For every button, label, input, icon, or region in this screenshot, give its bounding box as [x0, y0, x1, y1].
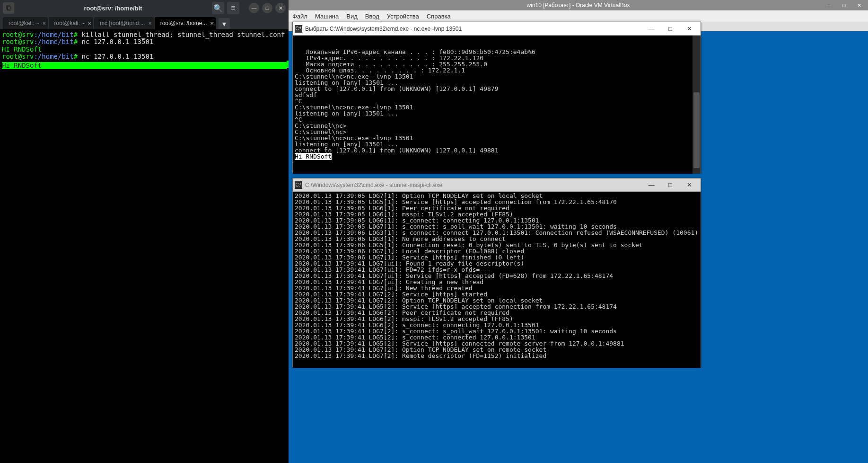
scrollbar-thumb[interactable]: [693, 92, 700, 168]
cmd-line-selected: Hi RNDSoft: [295, 153, 692, 160]
cmd-minimize-button[interactable]: —: [642, 22, 661, 36]
tab-close-icon[interactable]: ✕: [88, 21, 91, 26]
tab-dropdown-button[interactable]: ▾: [219, 18, 230, 29]
cmd-line: 2020.01.13 17:39:41 LOG7[2]: Remote desc…: [295, 353, 699, 359]
terminal-line: root@srv:/home/bit# nc 127.0.0.1 13501: [2, 38, 287, 45]
terminal-line: root@srv:/home/bit# killall stunnel_thre…: [2, 31, 287, 38]
cmd-window-title: Выбрать C:\Windows\system32\cmd.exe - nc…: [305, 26, 642, 32]
virtualbox-window: win10 [Работает] - Oracle VM VirtualBox …: [289, 0, 868, 463]
cmd-line: connect to [127.0.0.1] from (UNKNOWN) [1…: [295, 86, 692, 92]
terminal-tab-0[interactable]: root@kali: ~✕: [3, 17, 48, 29]
maximize-button[interactable]: □: [262, 3, 272, 13]
menu-input[interactable]: Ввод: [365, 13, 379, 20]
menu-devices[interactable]: Устройства: [387, 13, 419, 20]
scrollbar[interactable]: [693, 36, 701, 174]
close-icon: ✕: [857, 2, 861, 9]
terminal-output: HI RNDSoft: [2, 46, 287, 53]
terminal-highlighted-line: Hi RNDSoft: [2, 62, 287, 69]
terminal-app-icon: ⧉: [3, 2, 14, 14]
menu-icon: ≡: [231, 4, 235, 12]
close-button[interactable]: ✕: [275, 3, 286, 13]
linux-terminal-window: ⧉ root@srv: /home/bit 🔍 ≡ — □ ✕ root@kal…: [0, 0, 289, 463]
maximize-icon: □: [668, 25, 672, 32]
guest-desktop[interactable]: C:\ Выбрать C:\Windows\system32\cmd.exe …: [289, 31, 868, 463]
maximize-icon: □: [668, 181, 672, 188]
cmd-minimize-button[interactable]: —: [642, 178, 661, 192]
menu-button[interactable]: ≡: [227, 2, 239, 14]
maximize-icon: □: [842, 2, 846, 8]
tab-label: root@srv: /home...: [160, 20, 207, 27]
chevron-down-icon: ▾: [222, 19, 226, 28]
menu-file[interactable]: Файл: [292, 13, 307, 20]
cmd-line: sdfsdf: [295, 92, 692, 98]
menu-machine[interactable]: Машина: [315, 13, 339, 20]
minimize-icon: —: [649, 25, 655, 32]
cmd-titlebar[interactable]: C:\ Выбрать C:\Windows\system32\cmd.exe …: [293, 22, 701, 36]
vbox-maximize-button[interactable]: □: [837, 1, 851, 9]
tab-label: mc [root@uprid:...: [100, 20, 145, 27]
search-button[interactable]: 🔍: [212, 2, 224, 14]
vbox-titlebar[interactable]: win10 [Работает] - Oracle VM VirtualBox …: [289, 0, 868, 10]
cmd-line: C:\stunnel\nc>: [295, 123, 692, 129]
cmd-body[interactable]: 2020.01.13 17:39:05 LOG7[1]: Option TCP_…: [293, 192, 701, 368]
terminal-tab-2[interactable]: mc [root@uprid:...✕: [94, 17, 154, 29]
cmd-app-icon: C:\: [295, 25, 302, 33]
cmd-window-stunnel[interactable]: C:\ C:\Windows\system32\cmd.exe - stunne…: [292, 178, 701, 367]
terminal-line: root@srv:/home/bit# nc 127.0.0.1 13501: [2, 53, 287, 60]
menu-help[interactable]: Справка: [427, 13, 451, 20]
maximize-icon: □: [266, 5, 269, 11]
cmd-app-icon: C:\: [295, 181, 302, 189]
cmd-close-button[interactable]: ✕: [680, 178, 699, 192]
vbox-window-title: win10 [Работает] - Oracle VM VirtualBox: [527, 2, 630, 9]
linux-titlebar[interactable]: ⧉ root@srv: /home/bit 🔍 ≡ — □ ✕: [0, 0, 289, 16]
window-title: root@srv: /home/bit: [17, 5, 209, 12]
cmd-window-title: C:\Windows\system32\cmd.exe - stunnel-ms…: [305, 182, 642, 188]
search-icon: 🔍: [213, 4, 223, 13]
minimize-icon: —: [252, 5, 257, 11]
cmd-line: listening on [any] 13501 ...: [295, 110, 692, 116]
terminal-tab-3[interactable]: root@srv: /home...✕: [155, 17, 216, 29]
cmd-line: ^C: [295, 116, 692, 123]
menu-view[interactable]: Вид: [346, 13, 358, 20]
tab-close-icon[interactable]: ✕: [42, 21, 46, 26]
cmd-line: connect to [127.0.0.1] from (UNKNOWN) [1…: [295, 147, 692, 153]
cmd-titlebar[interactable]: C:\ C:\Windows\system32\cmd.exe - stunne…: [293, 178, 701, 192]
tab-label: root@kali: ~: [54, 20, 85, 27]
minimize-icon: —: [826, 2, 832, 8]
cmd-body[interactable]: Локальный IPv6-адрес канала . . . : fe80…: [293, 36, 701, 174]
minimize-button[interactable]: —: [249, 3, 259, 13]
vbox-minimize-button[interactable]: —: [822, 1, 836, 9]
cmd-maximize-button[interactable]: □: [661, 22, 680, 36]
minimize-icon: —: [649, 181, 655, 188]
cmd-close-button[interactable]: ✕: [680, 22, 699, 36]
tab-label: root@kali: ~: [9, 20, 39, 27]
cmd-maximize-button[interactable]: □: [661, 178, 680, 192]
cmd-window-nc[interactable]: C:\ Выбрать C:\Windows\system32\cmd.exe …: [292, 22, 701, 173]
terminal-tab-1[interactable]: root@kali: ~✕: [49, 17, 94, 29]
terminal-tabs: root@kali: ~✕ root@kali: ~✕ mc [root@upr…: [0, 16, 289, 29]
close-icon: ✕: [279, 5, 283, 11]
tab-close-icon[interactable]: ✕: [148, 21, 152, 26]
vbox-menubar: Файл Машина Вид Ввод Устройства Справка: [289, 10, 868, 22]
close-icon: ✕: [687, 181, 692, 188]
terminal-body[interactable]: root@srv:/home/bit# killall stunnel_thre…: [0, 29, 289, 463]
close-icon: ✕: [687, 25, 692, 32]
tab-close-icon[interactable]: ✕: [210, 21, 214, 26]
vbox-close-button[interactable]: ✕: [852, 1, 866, 9]
